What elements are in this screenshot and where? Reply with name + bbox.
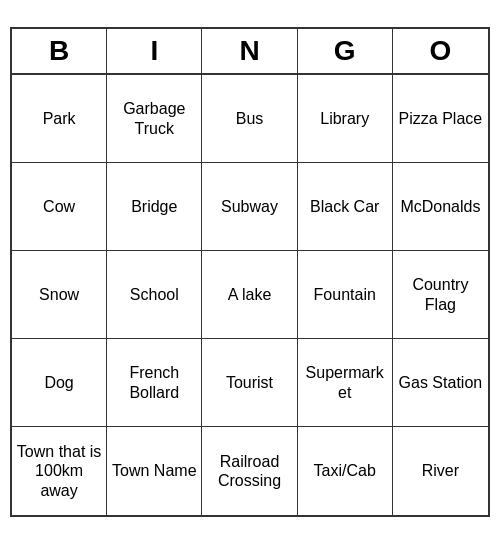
cell-text: Subway [221,197,278,216]
cell-text: McDonalds [400,197,480,216]
bingo-card: BINGO ParkGarbage TruckBusLibraryPizza P… [10,27,490,517]
bingo-cell[interactable]: Taxi/Cab [298,427,393,515]
bingo-cell[interactable]: Town that is 100km away [12,427,107,515]
header-letter: B [12,29,107,73]
bingo-cell[interactable]: McDonalds [393,163,488,251]
cell-text: Town that is 100km away [16,442,102,500]
cell-text: Supermarket [302,363,388,401]
bingo-cell[interactable]: Fountain [298,251,393,339]
cell-text: Cow [43,197,75,216]
bingo-cell[interactable]: Park [12,75,107,163]
cell-text: Garbage Truck [111,99,197,137]
bingo-cell[interactable]: Country Flag [393,251,488,339]
cell-text: School [130,285,179,304]
bingo-cell[interactable]: Bus [202,75,297,163]
bingo-cell[interactable]: Bridge [107,163,202,251]
bingo-cell[interactable]: Pizza Place [393,75,488,163]
cell-text: Gas Station [399,373,483,392]
cell-text: Pizza Place [399,109,483,128]
cell-text: Bus [236,109,264,128]
cell-text: River [422,461,459,480]
cell-text: Taxi/Cab [314,461,376,480]
cell-text: Snow [39,285,79,304]
bingo-cell[interactable]: Railroad Crossing [202,427,297,515]
bingo-cell[interactable]: Subway [202,163,297,251]
cell-text: Bridge [131,197,177,216]
bingo-cell[interactable]: Supermarket [298,339,393,427]
cell-text: A lake [228,285,272,304]
cell-text: Country Flag [397,275,484,313]
bingo-header: BINGO [12,29,488,75]
bingo-cell[interactable]: Garbage Truck [107,75,202,163]
cell-text: Dog [44,373,73,392]
bingo-cell[interactable]: Dog [12,339,107,427]
bingo-grid: ParkGarbage TruckBusLibraryPizza PlaceCo… [12,75,488,515]
bingo-cell[interactable]: Library [298,75,393,163]
cell-text: Railroad Crossing [206,452,292,490]
bingo-cell[interactable]: River [393,427,488,515]
cell-text: Tourist [226,373,273,392]
cell-text: Black Car [310,197,379,216]
bingo-cell[interactable]: Black Car [298,163,393,251]
cell-text: Town Name [112,461,196,480]
cell-text: Park [43,109,76,128]
bingo-cell[interactable]: French Bollard [107,339,202,427]
bingo-cell[interactable]: Snow [12,251,107,339]
header-letter: O [393,29,488,73]
bingo-cell[interactable]: Town Name [107,427,202,515]
header-letter: N [202,29,297,73]
bingo-cell[interactable]: A lake [202,251,297,339]
cell-text: Fountain [314,285,376,304]
cell-text: Library [320,109,369,128]
bingo-cell[interactable]: School [107,251,202,339]
cell-text: French Bollard [111,363,197,401]
bingo-cell[interactable]: Tourist [202,339,297,427]
header-letter: G [298,29,393,73]
header-letter: I [107,29,202,73]
bingo-cell[interactable]: Gas Station [393,339,488,427]
bingo-cell[interactable]: Cow [12,163,107,251]
